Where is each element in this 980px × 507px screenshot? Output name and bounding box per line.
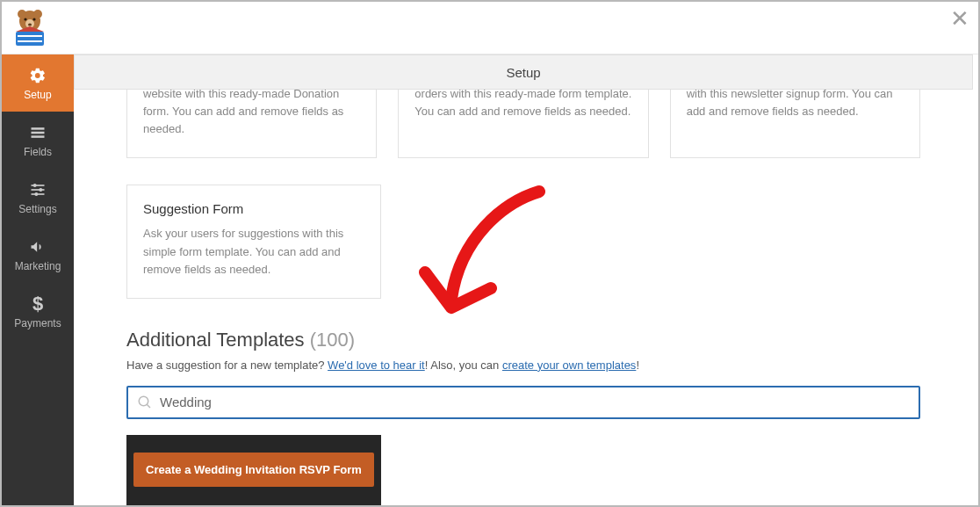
close-icon[interactable]: ✕ (950, 5, 969, 33)
template-card[interactable]: website with this ready-made Donation fo… (126, 90, 377, 158)
link-suggest-template[interactable]: We'd love to hear it (328, 359, 425, 372)
dollar-icon: $ (32, 294, 43, 314)
svg-rect-7 (16, 32, 44, 46)
template-desc: Ask your users for suggestions with this… (143, 225, 364, 278)
sidebar-item-label: Setup (24, 89, 51, 101)
sliders-icon (29, 180, 47, 199)
search-icon (137, 395, 153, 410)
svg-rect-12 (32, 135, 45, 138)
template-count: (100) (310, 329, 355, 351)
sidebar-item-settings[interactable]: Settings (2, 169, 74, 226)
svg-point-2 (33, 10, 42, 18)
sidebar-item-label: Settings (18, 203, 56, 215)
svg-rect-11 (32, 131, 45, 134)
template-card[interactable]: orders with this ready-made form templat… (398, 90, 648, 158)
svg-line-20 (147, 404, 150, 408)
section-title: Additional Templates (100) (126, 329, 920, 351)
link-create-own-templates[interactable]: create your own templates (502, 359, 636, 372)
create-template-button[interactable]: Create a Wedding Invitation RSVP Form (133, 453, 374, 487)
svg-point-16 (33, 184, 37, 187)
template-desc: with this newsletter signup form. You ca… (687, 90, 904, 120)
template-search[interactable] (126, 386, 920, 419)
bullhorn-icon (29, 237, 47, 257)
svg-point-17 (39, 188, 42, 192)
svg-point-18 (34, 192, 38, 196)
template-card-suggestion[interactable]: Suggestion Form Ask your users for sugge… (126, 185, 381, 298)
svg-rect-10 (32, 127, 45, 130)
template-card[interactable]: with this newsletter signup form. You ca… (670, 90, 920, 158)
svg-rect-8 (18, 35, 42, 37)
sidebar-item-label: Marketing (15, 260, 61, 272)
svg-point-5 (24, 18, 26, 20)
sidebar-item-setup[interactable]: Setup (2, 54, 74, 112)
sidebar: Setup Fields Settings Marketing $ Paymen… (2, 54, 74, 505)
template-title: Suggestion Form (143, 201, 364, 216)
search-input[interactable] (160, 395, 910, 409)
template-desc: website with this ready-made Donation fo… (143, 90, 360, 138)
section-subtext: Have a suggestion for a new template? We… (126, 359, 920, 372)
sidebar-item-marketing[interactable]: Marketing (2, 226, 74, 283)
template-desc: orders with this ready-made form templat… (414, 90, 631, 120)
svg-point-1 (18, 10, 26, 18)
app-logo (7, 5, 53, 51)
svg-rect-9 (18, 40, 42, 42)
template-result-card[interactable]: Create a Wedding Invitation RSVP Form (126, 435, 381, 505)
sidebar-item-fields[interactable]: Fields (2, 112, 74, 169)
list-icon (29, 123, 47, 142)
svg-point-19 (139, 396, 148, 406)
sidebar-item-label: Fields (24, 146, 52, 158)
tab-setup[interactable]: Setup (74, 54, 973, 90)
svg-point-4 (28, 23, 32, 25)
sidebar-item-label: Payments (14, 317, 61, 330)
svg-point-6 (32, 18, 35, 20)
gear-icon (29, 66, 47, 85)
tab-label: Setup (506, 65, 540, 80)
sidebar-item-payments[interactable]: $ Payments (2, 283, 74, 340)
